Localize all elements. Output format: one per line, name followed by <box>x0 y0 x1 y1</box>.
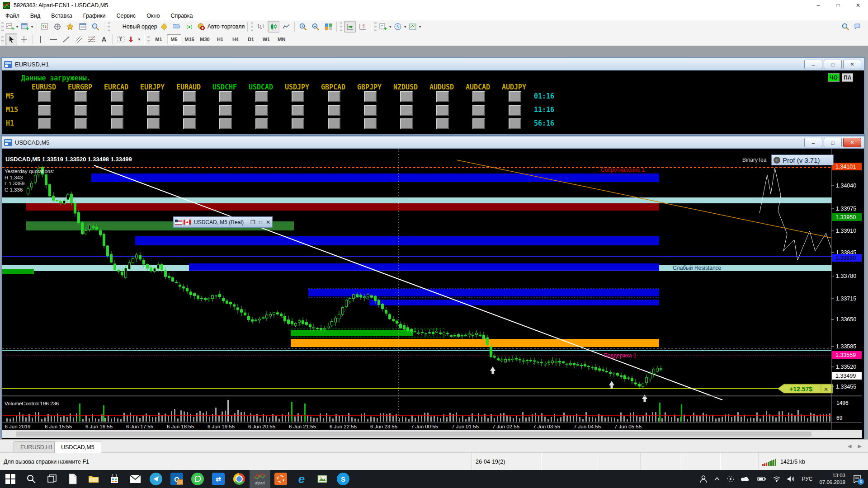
taskbar-alpari-icon[interactable]: alpari <box>250 470 270 488</box>
menu-Справка[interactable]: Справка <box>165 12 198 20</box>
signals-icon[interactable] <box>184 21 196 33</box>
market-watch-icon[interactable] <box>39 21 51 33</box>
chart-horizontal-scrollbar[interactable] <box>2 430 862 438</box>
search-icon[interactable] <box>840 21 851 33</box>
templates-icon[interactable]: ▼ <box>408 21 422 33</box>
chart-shift-icon[interactable] <box>357 21 368 33</box>
quotes-window-titlebar[interactable]: EURUSD,H1 – □ ✕ <box>2 58 864 70</box>
trendline-icon[interactable] <box>60 33 72 45</box>
tray-notification-icon[interactable]: 6 <box>853 475 862 483</box>
timeframe-M5[interactable]: M5 <box>167 34 181 44</box>
quotes-restore-button[interactable]: □ <box>824 60 842 69</box>
menu-Вставка[interactable]: Вставка <box>46 12 77 20</box>
new-chart-dropdown-icon[interactable]: ▼ <box>15 25 19 29</box>
taskbar-notepad-icon[interactable] <box>62 470 83 488</box>
menu-Сервис[interactable]: Сервис <box>111 12 142 20</box>
taskbar-whatsapp-icon[interactable] <box>187 470 208 488</box>
profiles-icon[interactable]: +▼ <box>20 21 34 33</box>
zoom-in-icon[interactable]: + <box>297 21 309 33</box>
mini-maximize-icon[interactable]: □ <box>259 219 262 225</box>
new-chart-icon[interactable]: +▼ <box>5 21 19 33</box>
minimize-button[interactable]: – <box>808 0 828 11</box>
taskbar-edge-icon[interactable]: e <box>291 470 312 488</box>
tab-scroll-right-icon[interactable]: ▶ <box>858 443 862 449</box>
indicators-icon[interactable]: +▼ <box>378 21 392 33</box>
tray-onedrive-icon[interactable] <box>741 476 751 482</box>
menu-Окно[interactable]: Окно <box>141 12 165 20</box>
taskbar-mail-icon[interactable] <box>125 470 146 488</box>
corner-button-ЧО[interactable]: ЧО <box>828 73 840 82</box>
close-button[interactable]: ✕ <box>848 0 868 11</box>
periods-icon[interactable]: ▼ <box>393 21 407 33</box>
bar-chart-icon[interactable] <box>255 21 267 33</box>
main-title-bar[interactable]: 5926363: Alpari-ECN1 - USDCAD,M5 – □ ✕ <box>0 0 868 11</box>
chart-close-button[interactable]: ✕ <box>843 138 861 147</box>
taskbar-file-explorer-icon[interactable] <box>83 470 104 488</box>
taskbar-telegram-icon[interactable] <box>146 470 166 488</box>
taskbar-skype-icon[interactable]: S <box>333 470 354 488</box>
zoom-out-icon[interactable]: − <box>310 21 321 33</box>
mini-close-icon[interactable]: ✕ <box>266 219 270 225</box>
auto-trading-icon[interactable]: Авто-торговля <box>197 21 245 33</box>
navigator-icon[interactable] <box>65 21 76 33</box>
line-chart-icon[interactable] <box>280 21 292 33</box>
chart-minimize-button[interactable]: – <box>804 138 822 147</box>
data-window-icon[interactable] <box>52 21 64 33</box>
timeframe-H1[interactable]: H1 <box>213 34 227 44</box>
chart-restore-button[interactable]: □ <box>824 138 842 147</box>
chat-icon[interactable] <box>852 21 864 33</box>
timeframe-D1[interactable]: D1 <box>244 34 258 44</box>
tab-eurusd-h1[interactable]: EURUSD,H1 <box>14 441 60 453</box>
cursor-icon[interactable] <box>5 33 17 45</box>
taskbar-teamviewer-icon[interactable]: ⇄ <box>208 470 229 488</box>
profit-tag-close-icon[interactable]: ✕ <box>824 386 828 393</box>
taskbar-search-icon[interactable] <box>21 470 42 488</box>
quotes-close-button[interactable]: ✕ <box>843 60 861 69</box>
taskbar-task-view-icon[interactable] <box>42 470 62 488</box>
mini-chart-window[interactable]: USDCAD, M5 (Real) ❐ □ ✕ <box>173 216 273 228</box>
corner-button-ПА[interactable]: ПА <box>842 73 853 82</box>
timeframe-MN[interactable]: MN <box>274 34 289 44</box>
metaeditor-icon[interactable] <box>159 21 170 33</box>
timeframe-W1[interactable]: W1 <box>259 34 274 44</box>
taskbar-ms-store-icon[interactable] <box>104 470 125 488</box>
taskbar-image-viewer-icon[interactable] <box>312 470 333 488</box>
arrows-dropdown-icon[interactable]: ▼ <box>137 38 141 42</box>
indicators-dropdown-icon[interactable]: ▼ <box>388 25 392 29</box>
text-icon[interactable]: A <box>98 33 110 45</box>
profiles-dropdown-icon[interactable]: ▼ <box>30 25 34 29</box>
price-chart[interactable]: USDCAD,M5 1.33519 1.33520 1.33498 1.3349… <box>2 149 862 430</box>
timeframe-H4[interactable]: H4 <box>228 34 243 44</box>
taskbar-outlook-icon[interactable]: O <box>166 470 187 488</box>
arrows-icon[interactable]: ▼ <box>127 33 142 45</box>
new-order-icon[interactable]: Новый ордер <box>112 21 158 33</box>
candlestick-chart-icon[interactable] <box>268 21 279 33</box>
tray-volume-icon[interactable] <box>787 476 795 482</box>
taskbar-screenshot-tool-icon[interactable] <box>270 470 291 488</box>
strategy-tester-icon[interactable] <box>90 21 102 33</box>
tray-battery-icon[interactable] <box>757 476 766 482</box>
maximize-button[interactable]: □ <box>828 0 848 11</box>
timeframe-M15[interactable]: M15 <box>182 34 197 44</box>
tray-snip-icon[interactable] <box>726 475 735 483</box>
menu-Файл[interactable]: Файл <box>0 12 25 20</box>
tile-windows-icon[interactable] <box>322 21 334 33</box>
tray-wifi-icon[interactable] <box>773 476 781 482</box>
tray-clock[interactable]: 13:0307.06.2019 <box>819 472 845 486</box>
timeframe-M30[interactable]: M30 <box>198 34 212 44</box>
taskbar-chrome-icon[interactable] <box>229 470 250 488</box>
periods-dropdown-icon[interactable]: ▼ <box>403 25 407 29</box>
quotes-minimize-button[interactable]: – <box>804 60 822 69</box>
text-label-icon[interactable]: T <box>115 33 127 45</box>
horizontal-line-icon[interactable] <box>47 33 59 45</box>
mini-restore-icon[interactable]: ❐ <box>250 219 255 225</box>
tab-scroll-left-icon[interactable]: ◀ <box>848 443 851 449</box>
crosshair-icon[interactable] <box>18 33 30 45</box>
menu-Графики[interactable]: Графики <box>78 12 111 20</box>
templates-dropdown-icon[interactable]: ▼ <box>418 25 422 29</box>
auto-scroll-icon[interactable] <box>344 21 356 33</box>
tray-user-icon[interactable] <box>699 475 708 483</box>
equidistant-channel-icon[interactable] <box>73 33 85 45</box>
timeframe-M1[interactable]: M1 <box>151 34 166 44</box>
scrollbar-thumb[interactable] <box>16 432 811 436</box>
